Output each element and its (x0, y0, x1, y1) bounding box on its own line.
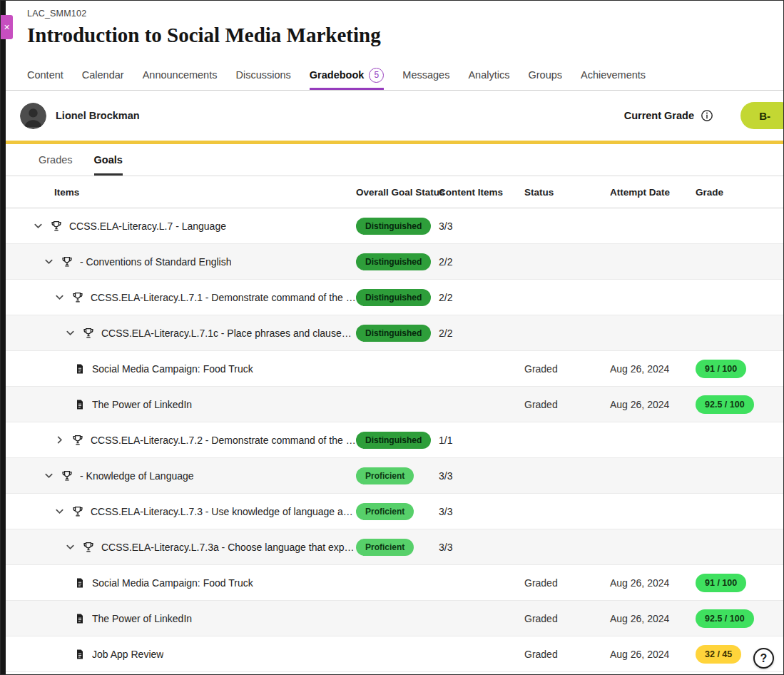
student-name: Lionel Brockman (56, 110, 140, 121)
content-items-cell: 3/3 (439, 542, 524, 553)
content-item-row[interactable]: Job App ReviewGradedAug 26, 202432 / 45 (6, 636, 783, 672)
items-cell: CCSS.ELA-Literacy.L.7.1c - Place phrases… (6, 327, 356, 340)
goal-row: - Conventions of Standard EnglishDisting… (6, 244, 783, 280)
grade-pill: 91 / 100 (696, 360, 746, 378)
chevron-right-icon[interactable] (54, 435, 65, 445)
help-button[interactable]: ? (753, 648, 774, 669)
student-bar: Lionel Brockman Current Grade B- (6, 91, 783, 141)
course-nav-list: ContentCalendarAnnouncementsDiscussionsG… (27, 61, 783, 90)
nav-tab-label: Groups (528, 69, 562, 81)
chevron-down-icon[interactable] (44, 256, 54, 267)
chevron-down-icon[interactable] (65, 542, 76, 552)
content-item-row[interactable]: The Power of LinkedInGradedAug 26, 20249… (6, 387, 783, 422)
collapsed-panel-edge (1, 1, 6, 674)
content-items-cell: 2/2 (439, 256, 524, 268)
content-item-row[interactable]: The Power of LinkedInGradedAug 26, 20249… (6, 601, 783, 636)
overall-goal-status-cell: Proficient (356, 467, 439, 484)
goal-label: - Conventions of Standard English (80, 256, 231, 268)
chevron-down-icon[interactable] (54, 506, 65, 517)
goal-row: CCSS.ELA-Literacy.L.7 - LanguageDistingu… (6, 208, 783, 244)
goal-row: CCSS.ELA-Literacy.L.7.1 - Demonstrate co… (6, 280, 783, 315)
goal-label: CCSS.ELA-Literacy.L.7.1c - Place phrases… (101, 328, 356, 339)
goal-status-pill: Distinguished (356, 289, 431, 306)
goal-label: CCSS.ELA-Literacy.L.7.3a - Choose langua… (101, 542, 356, 553)
nav-tab-gradebook[interactable]: Gradebook5 (310, 61, 385, 90)
goal-status-pill: Proficient (356, 503, 414, 520)
nav-tab-label: Announcements (143, 69, 218, 81)
grade-cell: 91 / 100 (696, 360, 783, 378)
goals-table-header: Items Overall Goal Status Content Items … (6, 176, 783, 208)
subtab-goals[interactable]: Goals (94, 144, 123, 176)
content-items-cell: 2/2 (439, 328, 524, 339)
status-cell: Graded (524, 399, 610, 410)
nav-tab-announcements[interactable]: Announcements (143, 61, 218, 90)
goal-status-pill: Distinguished (356, 218, 431, 235)
items-cell: CCSS.ELA-Literacy.L.7.3a - Choose langua… (6, 541, 356, 554)
goal-label: - Knowledge of Language (80, 470, 194, 482)
content-item-row[interactable]: Social Media Campaign: Food TruckGradedA… (6, 351, 783, 387)
grade-cell: 92.5 / 100 (696, 395, 783, 414)
goal-status-pill: Distinguished (356, 432, 431, 449)
status-cell: Graded (524, 613, 610, 624)
current-grade-pill[interactable]: B- (740, 102, 784, 129)
items-cell: CCSS.ELA-Literacy.L.7.3 - Use knowledge … (6, 505, 356, 518)
items-cell: CCSS.ELA-Literacy.L.7.1 - Demonstrate co… (6, 291, 356, 304)
document-icon (74, 363, 86, 375)
nav-tab-label: Discussions (235, 69, 290, 81)
items-cell: Social Media Campaign: Food Truck (6, 363, 356, 375)
trophy-icon (82, 327, 95, 340)
content-item-label: The Power of LinkedIn (92, 399, 192, 410)
close-panel-tab[interactable]: ✕ (1, 15, 13, 39)
goal-row: CCSS.ELA-Literacy.L.7.1c - Place phrases… (6, 315, 783, 351)
nav-tab-messages[interactable]: Messages (402, 61, 449, 90)
goals-table-body: CCSS.ELA-Literacy.L.7 - LanguageDistingu… (6, 208, 783, 672)
column-header-content-items: Content Items (439, 187, 524, 198)
nav-tab-content[interactable]: Content (27, 61, 63, 90)
content-item-label: Job App Review (92, 649, 163, 660)
items-cell: CCSS.ELA-Literacy.L.7.2 - Demonstrate co… (6, 434, 356, 447)
nav-tab-label: Content (27, 69, 63, 81)
chevron-down-icon[interactable] (65, 328, 76, 338)
status-cell: Graded (524, 363, 610, 375)
status-cell: Graded (524, 649, 610, 660)
grade-pill: 92.5 / 100 (696, 609, 754, 628)
nav-tab-discussions[interactable]: Discussions (235, 61, 290, 90)
trophy-icon (61, 255, 73, 268)
content-items-cell: 3/3 (439, 506, 524, 517)
goal-row: CCSS.ELA-Literacy.L.7.2 - Demonstrate co… (6, 422, 783, 458)
nav-tab-groups[interactable]: Groups (528, 61, 562, 90)
document-icon (74, 613, 86, 624)
overall-goal-status-cell: Proficient (356, 503, 439, 520)
nav-tab-analytics[interactable]: Analytics (468, 61, 509, 90)
content-item-label: Social Media Campaign: Food Truck (92, 363, 253, 375)
goal-status-pill: Proficient (356, 467, 414, 484)
gradebook-count-badge: 5 (369, 68, 384, 83)
info-icon[interactable] (701, 109, 713, 122)
nav-tab-label: Gradebook (310, 69, 365, 81)
nav-tab-calendar[interactable]: Calendar (82, 61, 124, 90)
close-icon: ✕ (4, 23, 10, 32)
question-mark-icon: ? (760, 652, 768, 665)
chevron-down-icon[interactable] (54, 292, 65, 303)
trophy-icon (71, 291, 84, 304)
main-content: LAC_SMM102 Introduction to Social Media … (6, 1, 783, 674)
chevron-down-icon[interactable] (44, 470, 54, 481)
nav-tab-label: Analytics (468, 69, 509, 81)
chevron-down-icon[interactable] (33, 220, 44, 231)
items-cell: Social Media Campaign: Food Truck (6, 577, 356, 589)
goal-label: CCSS.ELA-Literacy.L.7 - Language (69, 220, 226, 232)
content-item-row[interactable]: Social Media Campaign: Food TruckGradedA… (6, 565, 783, 601)
document-icon (74, 577, 86, 589)
nav-tab-achievements[interactable]: Achievements (581, 61, 646, 90)
overall-goal-status-cell: Distinguished (356, 253, 439, 270)
goal-status-pill: Proficient (356, 539, 414, 556)
attempt-date-cell: Aug 26, 2024 (610, 577, 696, 589)
trophy-icon (82, 541, 95, 554)
grade-pill: 91 / 100 (696, 574, 746, 592)
attempt-date-cell: Aug 26, 2024 (610, 399, 696, 410)
attempt-date-cell: Aug 26, 2024 (610, 613, 696, 624)
course-title: Introduction to Social Media Marketing (27, 24, 783, 47)
app-window: ✕ LAC_SMM102 Introduction to Social Medi… (0, 0, 784, 675)
subtab-grades[interactable]: Grades (39, 144, 73, 176)
attempt-date-cell: Aug 26, 2024 (610, 649, 696, 660)
